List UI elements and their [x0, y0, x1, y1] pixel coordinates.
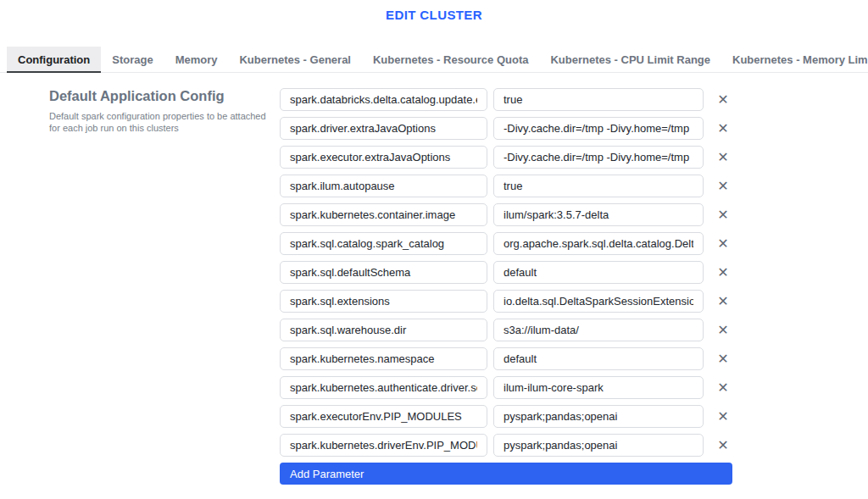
remove-parameter-button[interactable]: ✕ [713, 88, 733, 111]
parameter-row: ✕ [280, 88, 733, 111]
parameter-row: ✕ [280, 232, 733, 255]
tab-bar: Configuration Storage Memory Kubernetes … [0, 47, 868, 73]
parameter-key-input[interactable] [280, 290, 487, 313]
close-icon: ✕ [717, 208, 728, 222]
parameter-row: ✕ [280, 146, 733, 169]
parameter-value-input[interactable] [493, 117, 704, 140]
parameter-key-input[interactable] [280, 203, 487, 226]
parameter-value-input[interactable] [493, 232, 704, 255]
tab-label: Kubernetes - General [239, 53, 351, 66]
tab-kubernetes-general[interactable]: Kubernetes - General [228, 47, 362, 72]
tab-storage[interactable]: Storage [101, 47, 164, 72]
parameter-key-input[interactable] [280, 146, 487, 169]
parameter-key-input[interactable] [280, 175, 487, 197]
tab-label: Kubernetes - CPU Limit Range [550, 53, 710, 66]
section-description: Default spark configuration properties t… [49, 110, 275, 134]
remove-parameter-button[interactable]: ✕ [713, 319, 733, 341]
parameter-row: ✕ [280, 203, 733, 226]
parameter-key-input[interactable] [280, 232, 487, 255]
close-icon: ✕ [717, 295, 728, 308]
tab-label: Kubernetes - Resource Quota [373, 53, 529, 66]
tab-memory[interactable]: Memory [164, 47, 229, 72]
remove-parameter-button[interactable]: ✕ [713, 290, 733, 313]
parameter-value-input[interactable] [493, 319, 704, 341]
section-info: Default Application Config Default spark… [49, 88, 280, 134]
parameter-value-input[interactable] [493, 434, 704, 457]
close-icon: ✕ [717, 237, 728, 251]
close-icon: ✕ [717, 266, 728, 280]
tab-kubernetes-resource-quota[interactable]: Kubernetes - Resource Quota [362, 47, 540, 72]
tab-configuration[interactable]: Configuration [7, 47, 101, 72]
remove-parameter-button[interactable]: ✕ [713, 232, 733, 255]
parameter-row: ✕ [280, 261, 733, 284]
remove-parameter-button[interactable]: ✕ [713, 347, 733, 370]
parameter-row: ✕ [280, 434, 733, 457]
close-icon: ✕ [717, 381, 728, 395]
add-parameter-button[interactable]: Add Parameter [280, 463, 732, 485]
parameter-key-input[interactable] [280, 405, 487, 428]
configuration-tab-panel: Default Application Config Default spark… [0, 88, 868, 485]
close-icon: ✕ [717, 410, 728, 424]
parameter-value-input[interactable] [493, 376, 704, 399]
parameter-key-input[interactable] [280, 319, 487, 341]
parameter-key-input[interactable] [280, 88, 487, 111]
parameter-row: ✕ [280, 405, 733, 428]
parameter-row: ✕ [280, 175, 733, 197]
remove-parameter-button[interactable]: ✕ [713, 261, 733, 284]
remove-parameter-button[interactable]: ✕ [713, 117, 733, 140]
tab-label: Kubernetes - Memory Limit Range [732, 53, 868, 66]
parameter-key-input[interactable] [280, 261, 487, 284]
remove-parameter-button[interactable]: ✕ [713, 405, 733, 428]
parameter-list: ✕ ✕ ✕ ✕ ✕ ✕ ✕ [280, 88, 733, 457]
close-icon: ✕ [717, 122, 728, 136]
close-icon: ✕ [717, 324, 728, 337]
parameter-key-input[interactable] [280, 117, 487, 140]
parameter-value-input[interactable] [493, 261, 704, 284]
parameter-value-input[interactable] [493, 405, 704, 428]
tab-label: Memory [175, 53, 218, 66]
tab-label: Storage [112, 53, 153, 66]
remove-parameter-button[interactable]: ✕ [713, 434, 733, 457]
parameter-value-input[interactable] [493, 290, 704, 313]
remove-parameter-button[interactable]: ✕ [713, 203, 733, 226]
parameter-value-input[interactable] [493, 203, 704, 226]
parameter-value-input[interactable] [493, 146, 704, 169]
parameter-key-input[interactable] [280, 347, 487, 370]
parameter-key-input[interactable] [280, 376, 487, 399]
parameter-row: ✕ [280, 290, 733, 313]
close-icon: ✕ [717, 93, 728, 107]
tab-label: Configuration [18, 53, 90, 66]
parameter-value-input[interactable] [493, 88, 704, 111]
parameter-value-input[interactable] [493, 347, 704, 370]
page-title: EDIT CLUSTER [0, 0, 868, 24]
close-icon: ✕ [717, 352, 728, 366]
close-icon: ✕ [717, 151, 728, 164]
tab-kubernetes-cpu-limit-range[interactable]: Kubernetes - CPU Limit Range [539, 47, 721, 72]
remove-parameter-button[interactable]: ✕ [713, 376, 733, 399]
tab-kubernetes-memory-limit-range[interactable]: Kubernetes - Memory Limit Range [721, 47, 868, 72]
parameter-value-input[interactable] [493, 175, 704, 197]
close-icon: ✕ [717, 180, 728, 193]
parameter-row: ✕ [280, 117, 733, 140]
remove-parameter-button[interactable]: ✕ [713, 146, 733, 169]
parameter-key-input[interactable] [280, 434, 487, 457]
section-title: Default Application Config [49, 88, 275, 104]
parameter-row: ✕ [280, 376, 733, 399]
parameters-panel: ✕ ✕ ✕ ✕ ✕ ✕ ✕ [280, 88, 733, 485]
parameter-row: ✕ [280, 319, 733, 341]
remove-parameter-button[interactable]: ✕ [713, 175, 733, 197]
parameter-row: ✕ [280, 347, 733, 370]
close-icon: ✕ [717, 439, 728, 452]
